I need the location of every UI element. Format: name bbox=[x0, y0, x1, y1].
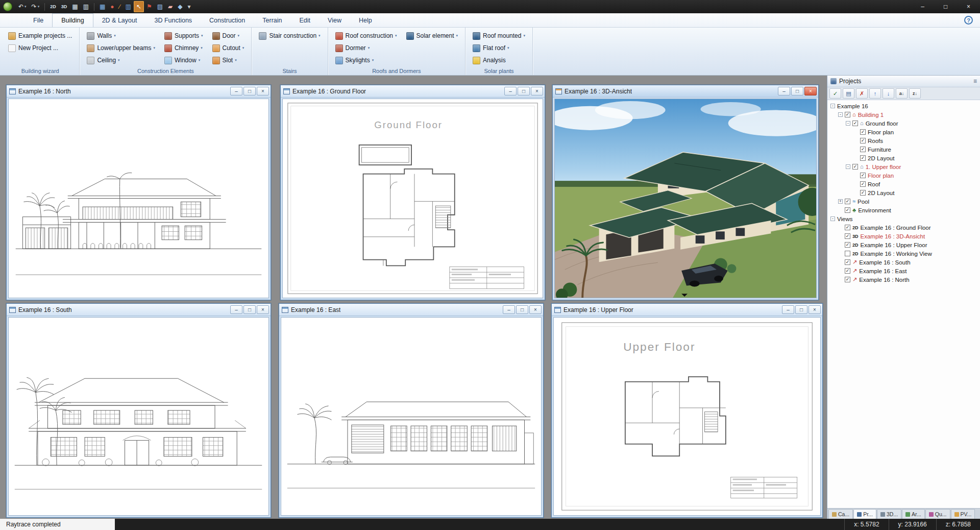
collapse-icon[interactable]: - bbox=[830, 216, 835, 221]
tree-node[interactable]: 2DExample 16 : Working View bbox=[827, 249, 980, 258]
window-close-button[interactable]: × bbox=[531, 87, 543, 95]
window-example16-south[interactable]: Example 16 : South – □ × bbox=[6, 303, 271, 518]
tree-node[interactable]: ✓2D Layout bbox=[827, 154, 980, 162]
tree-node[interactable]: ✓Furniture bbox=[827, 145, 980, 154]
tree-node[interactable]: ✓Floor plan bbox=[827, 128, 980, 136]
ribbon-button-new-project[interactable]: New Project ... bbox=[6, 42, 75, 54]
checkbox[interactable]: ✓ bbox=[860, 138, 866, 143]
render-canvas-3d[interactable] bbox=[554, 99, 817, 298]
raytrace-icon[interactable]: ● bbox=[108, 1, 116, 12]
window-titlebar[interactable]: Example 16 : South – □ × bbox=[7, 304, 271, 316]
ribbon-button-ceiling[interactable]: Ceiling▾ bbox=[84, 54, 158, 66]
ribbon-button-walls[interactable]: Walls▾ bbox=[84, 30, 158, 42]
sort-asc-icon[interactable]: a↓ bbox=[896, 88, 908, 99]
checkbox[interactable]: ✓ bbox=[845, 199, 850, 204]
window-titlebar[interactable]: Example 16 : East – □ × bbox=[279, 304, 543, 316]
ribbon-button-roof-mounted[interactable]: Roof mounted▾ bbox=[470, 30, 528, 42]
window-restore-button[interactable]: □ bbox=[516, 305, 528, 314]
panel-tab-pv[interactable]: PV... bbox=[951, 509, 975, 519]
checkbox[interactable]: ✓ bbox=[852, 164, 858, 170]
checkbox[interactable]: ✓ bbox=[860, 173, 866, 178]
measure-icon[interactable]: ∕ bbox=[116, 1, 122, 12]
split-view-icon[interactable]: ▥ bbox=[81, 1, 91, 12]
window-titlebar[interactable]: Example 16 : North – □ × bbox=[7, 85, 271, 98]
panel-tab-ar[interactable]: Ar... bbox=[902, 509, 925, 519]
ribbon-button-roof-construction[interactable]: Roof construction▾ bbox=[333, 30, 400, 42]
panel-tab-3d[interactable]: 3D... bbox=[877, 509, 901, 519]
tile-windows-icon[interactable]: ▦ bbox=[69, 1, 80, 12]
tree-node[interactable]: ✓2D Layout bbox=[827, 188, 980, 197]
ribbon-button-slot[interactable]: Slot▾ bbox=[210, 54, 247, 66]
tree-node[interactable]: ✓♣Environment bbox=[827, 206, 980, 214]
window-example16-ground-floor[interactable]: Example 16 : Ground Floor – □ × Ground F… bbox=[280, 85, 545, 300]
window-minimize-button[interactable]: – bbox=[778, 87, 790, 95]
window-minimize-button[interactable]: – bbox=[782, 305, 794, 314]
tree-node[interactable]: -Views bbox=[827, 214, 980, 223]
ribbon-button-example-projects[interactable]: Example projects ... bbox=[6, 30, 75, 42]
more-tools-icon[interactable]: ▾ bbox=[185, 1, 193, 12]
checkbox[interactable]: ✓ bbox=[845, 233, 850, 239]
checkbox[interactable]: ✓ bbox=[845, 207, 850, 213]
checkbox[interactable]: ✓ bbox=[845, 268, 850, 274]
window-example16-upper-floor[interactable]: Example 16 : Upper Floor – □ × Upper Flo… bbox=[551, 303, 823, 518]
ribbon-button-stair-construction[interactable]: Stair construction▾ bbox=[256, 30, 323, 42]
checkbox[interactable]: ✓ bbox=[845, 242, 850, 248]
grid-icon[interactable]: ▦ bbox=[97, 1, 108, 12]
tree-node[interactable]: ✓↗Example 16 : South bbox=[827, 258, 980, 267]
checkbox[interactable]: ✓ bbox=[845, 112, 850, 117]
window-titlebar[interactable]: Example 16 : 3D-Ansicht – □ × bbox=[553, 85, 818, 98]
ribbon-button-skylights[interactable]: Skylights▾ bbox=[333, 54, 400, 66]
tab-2d-layout[interactable]: 2D & Layout bbox=[93, 13, 146, 27]
delete-icon[interactable]: ✗ bbox=[856, 88, 868, 99]
ribbon-button-chimney[interactable]: Chimney▾ bbox=[162, 42, 206, 54]
window-restore-button[interactable]: □ bbox=[791, 87, 803, 95]
projects-panel-header[interactable]: Projects ≡ bbox=[827, 76, 980, 87]
drawing-canvas-ground-floor[interactable]: Ground Floor bbox=[282, 99, 543, 298]
checkbox[interactable]: ✓ bbox=[852, 121, 858, 126]
flag-icon[interactable]: ⚑ bbox=[144, 1, 155, 12]
window-close-button[interactable]: × bbox=[529, 305, 542, 314]
tab-edit[interactable]: Edit bbox=[291, 13, 320, 27]
collapse-icon[interactable]: - bbox=[830, 104, 835, 108]
tree-node[interactable]: ✓2DExample 16 : Ground Floor bbox=[827, 223, 980, 232]
ribbon-button-supports[interactable]: Supports▾ bbox=[162, 30, 206, 42]
checkbox[interactable]: ✓ bbox=[860, 190, 866, 196]
tree-node[interactable]: ✓Roof bbox=[827, 180, 980, 188]
collapse-icon[interactable]: - bbox=[838, 112, 843, 117]
tree-node[interactable]: -✓⌂Building 1 bbox=[827, 110, 980, 119]
window-restore-button[interactable]: □ bbox=[243, 87, 256, 95]
tree-node[interactable]: ✓Floor plan bbox=[827, 171, 980, 180]
window-close-button[interactable]: × bbox=[804, 87, 817, 95]
window-restore-button[interactable]: □ bbox=[795, 305, 807, 314]
tree-node[interactable]: -✓⌂Ground floor bbox=[827, 119, 980, 128]
maximize-button[interactable]: □ bbox=[934, 0, 957, 13]
window-restore-button[interactable]: □ bbox=[243, 305, 256, 314]
ribbon-button-dormer[interactable]: Dormer▾ bbox=[333, 42, 400, 54]
tree-node[interactable]: -Example 16 bbox=[827, 102, 980, 110]
close-button[interactable]: × bbox=[957, 0, 980, 13]
tree-node[interactable]: ✓Roofs bbox=[827, 136, 980, 145]
cube-icon[interactable]: ◆ bbox=[175, 1, 185, 12]
ribbon-button-analysis[interactable]: Analysis bbox=[470, 54, 528, 66]
window-minimize-button[interactable]: – bbox=[504, 87, 517, 95]
drawing-canvas-north[interactable] bbox=[8, 99, 269, 298]
window-close-button[interactable]: × bbox=[257, 305, 269, 314]
expand-icon[interactable]: + bbox=[838, 199, 843, 204]
collapse-icon[interactable]: - bbox=[846, 164, 850, 169]
help-button[interactable]: ? bbox=[964, 16, 973, 25]
drawing-canvas-south[interactable] bbox=[8, 317, 269, 516]
texture-icon[interactable]: ▨ bbox=[155, 1, 165, 12]
confirm-icon[interactable]: ✓ bbox=[829, 88, 841, 99]
ribbon-button-lower-upper-beams[interactable]: Lower/upper beams▾ bbox=[84, 42, 158, 54]
checkbox[interactable]: ✓ bbox=[845, 277, 850, 282]
panel-tab-qu[interactable]: Qu... bbox=[925, 509, 950, 519]
tab-building[interactable]: Building bbox=[52, 13, 93, 27]
window-example16-east[interactable]: Example 16 : East – □ × bbox=[279, 303, 544, 518]
tab-file[interactable]: File bbox=[24, 13, 52, 27]
checkbox[interactable]: ✓ bbox=[860, 181, 866, 187]
window-minimize-button[interactable]: – bbox=[230, 305, 242, 314]
window-minimize-button[interactable]: – bbox=[503, 305, 515, 314]
panel-tab-pr[interactable]: Pr... bbox=[853, 509, 876, 519]
tree-node[interactable]: ✓2DExample 16 : Upper Floor bbox=[827, 240, 980, 249]
tab-construction[interactable]: Construction bbox=[201, 13, 254, 27]
